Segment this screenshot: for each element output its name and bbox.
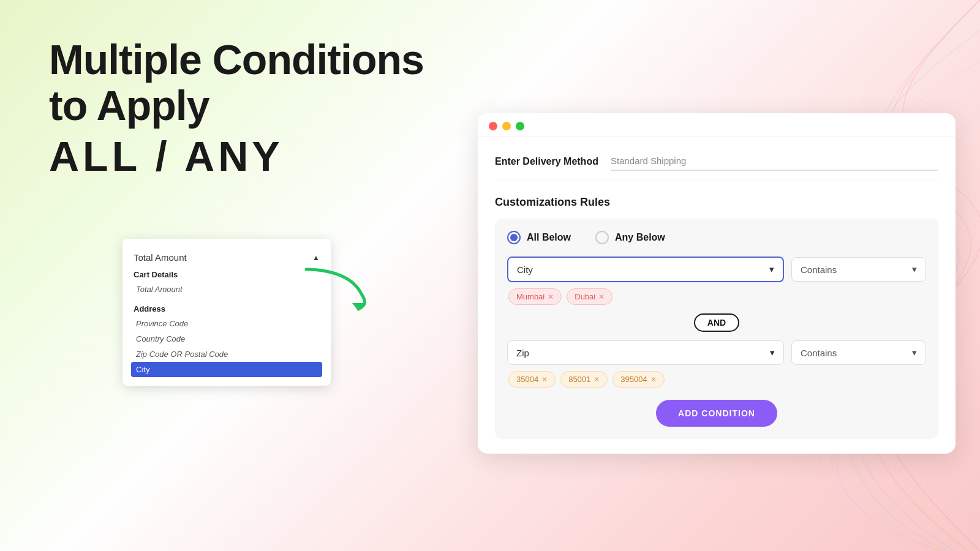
tag-35004-label: 35004 xyxy=(516,375,538,384)
city-field-arrow-icon: ▾ xyxy=(769,264,774,275)
condition-row-2: Zip ▾ Contains ▾ xyxy=(507,340,926,365)
zip-field-arrow-icon: ▾ xyxy=(770,347,775,358)
zip-operator-label: Contains xyxy=(801,348,837,358)
zip-operator-select[interactable]: Contains ▾ xyxy=(791,340,926,365)
tag-dubai: Dubai ✕ xyxy=(567,288,612,305)
tag-85001: 85001 ✕ xyxy=(560,371,608,388)
cart-section-title: Cart Details xyxy=(134,270,320,279)
dropdown-item-country-code[interactable]: Country Code xyxy=(134,331,320,347)
city-operator-select[interactable]: Contains ▾ xyxy=(791,257,926,282)
tag-395004: 395004 ✕ xyxy=(612,371,664,388)
rules-container: All Below Any Below City ▾ Contains ▾ xyxy=(495,219,938,439)
city-field-select[interactable]: City ▾ xyxy=(507,257,784,282)
dropdown-arrow-icon: ▲ xyxy=(312,253,320,262)
tag-dubai-close-icon[interactable]: ✕ xyxy=(598,293,605,301)
address-section-title: Address xyxy=(134,304,320,313)
city-tags-row: Mumbai ✕ Dubai ✕ xyxy=(507,288,926,305)
window-dot-red xyxy=(489,122,497,130)
radio-inner-icon xyxy=(510,234,518,241)
tag-dubai-label: Dubai xyxy=(575,292,595,301)
add-condition-row: ADD CONDITION xyxy=(507,400,926,427)
city-operator-label: Contains xyxy=(801,264,837,275)
window-chrome xyxy=(478,113,956,137)
tag-35004: 35004 ✕ xyxy=(508,371,556,388)
tag-395004-label: 395004 xyxy=(620,375,647,384)
title-line1: Multiple Conditions xyxy=(49,37,424,83)
toggle-row: All Below Any Below xyxy=(507,231,926,244)
tag-85001-label: 85001 xyxy=(568,375,590,384)
and-badge: AND xyxy=(694,313,739,332)
tag-35004-close-icon[interactable]: ✕ xyxy=(541,375,548,384)
dropdown-item-province-code[interactable]: Province Code xyxy=(134,316,320,331)
condition-row-1: City ▾ Contains ▾ xyxy=(507,257,926,282)
customizations-title: Customizations Rules xyxy=(495,196,938,209)
dropdown-item-total-amount[interactable]: Total Amount xyxy=(134,282,320,297)
tag-mumbai-close-icon[interactable]: ✕ xyxy=(548,293,554,301)
tag-mumbai: Mumbai ✕ xyxy=(508,288,562,305)
window-card: Enter Delivery Method Customizations Rul… xyxy=(478,113,956,454)
green-arrow-icon xyxy=(300,263,374,312)
add-condition-button[interactable]: ADD CONDITION xyxy=(656,400,777,427)
toggle-all-label: All Below xyxy=(527,232,571,243)
dropdown-item-zip-code[interactable]: Zip Code OR Postal Code xyxy=(134,347,320,362)
tag-85001-close-icon[interactable]: ✕ xyxy=(594,375,600,384)
radio-all-below xyxy=(507,231,521,244)
subtitle: ALL / ANY xyxy=(49,133,424,179)
window-dot-green xyxy=(516,122,524,130)
dropdown-popup: Total Amount ▲ Cart Details Total Amount… xyxy=(123,239,331,386)
toggle-any-below[interactable]: Any Below xyxy=(595,231,665,244)
city-field-label: City xyxy=(517,264,533,275)
dropdown-trigger-label: Total Amount xyxy=(134,252,187,263)
tag-mumbai-label: Mumbai xyxy=(516,292,545,301)
city-operator-arrow-icon: ▾ xyxy=(912,264,917,275)
dropdown-trigger[interactable]: Total Amount ▲ xyxy=(123,246,331,264)
dropdown-section-address: Address Province Code Country Code Zip C… xyxy=(123,298,331,378)
window-dot-yellow xyxy=(502,122,511,130)
tag-395004-close-icon[interactable]: ✕ xyxy=(650,375,657,384)
dropdown-item-city[interactable]: City xyxy=(131,362,322,377)
delivery-input[interactable] xyxy=(611,152,938,171)
delivery-row: Enter Delivery Method xyxy=(495,152,938,181)
window-content: Enter Delivery Method Customizations Rul… xyxy=(478,137,956,454)
title-line2: to Apply xyxy=(49,83,424,129)
dropdown-section-cart: Cart Details Total Amount xyxy=(123,264,331,298)
toggle-all-below[interactable]: All Below xyxy=(507,231,571,244)
toggle-any-label: Any Below xyxy=(615,232,665,243)
radio-any-below xyxy=(595,231,609,244)
zip-tags-row: 35004 ✕ 85001 ✕ 395004 ✕ xyxy=(507,371,926,388)
zip-field-label: Zip xyxy=(516,348,529,358)
delivery-label: Enter Delivery Method xyxy=(495,156,598,167)
and-divider: AND xyxy=(507,313,926,332)
zip-operator-arrow-icon: ▾ xyxy=(912,347,917,358)
zip-field-select[interactable]: Zip ▾ xyxy=(507,340,784,365)
left-text-block: Multiple Conditions to Apply ALL / ANY xyxy=(49,37,424,179)
